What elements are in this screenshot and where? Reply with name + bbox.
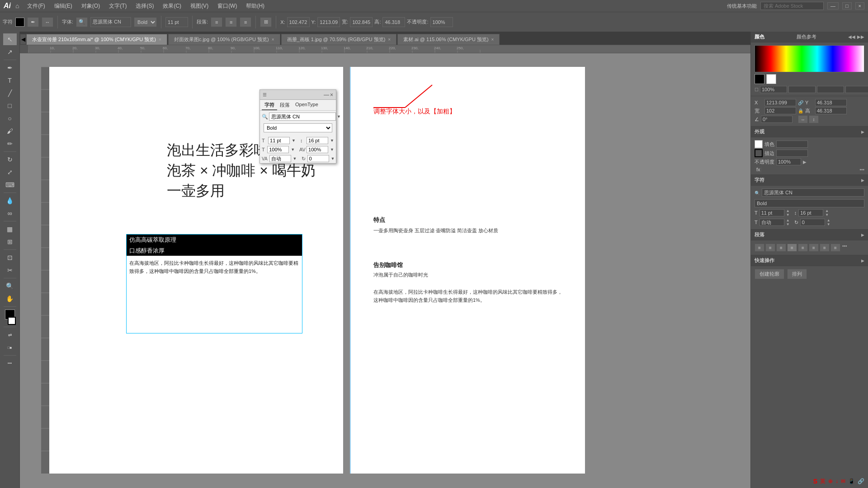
blend-tool[interactable]: ∞ <box>3 207 17 219</box>
tab-material-close[interactable]: × <box>491 37 494 42</box>
appearance-section-header[interactable]: 外观 ▶ <box>751 127 868 137</box>
default-colors[interactable]: □■ <box>3 342 17 353</box>
rotate-spinners[interactable]: ▲▼ <box>827 218 830 226</box>
color-r-input[interactable] <box>760 86 787 93</box>
fill-preview[interactable] <box>755 140 763 148</box>
font-panel-close[interactable]: × <box>330 92 333 98</box>
para-more[interactable]: ••• <box>842 244 847 252</box>
stroke-color-swatch[interactable] <box>8 317 16 325</box>
stock-search-input[interactable] <box>760 2 824 10</box>
color-swatch[interactable] <box>15 18 24 27</box>
black-swatch[interactable] <box>755 74 764 84</box>
stroke-preview[interactable] <box>755 149 763 157</box>
para-align-right[interactable]: ≡ <box>776 244 786 252</box>
color-gradient-bar[interactable] <box>755 45 864 72</box>
tracking-panel-input[interactable] <box>760 219 784 226</box>
menu-type[interactable]: 文字(T) <box>105 1 130 11</box>
para-section-header[interactable]: 段落 ▶ <box>751 230 868 240</box>
para-align-justify[interactable]: ≡ <box>787 244 797 252</box>
menu-edit[interactable]: 编辑(E) <box>51 1 76 11</box>
y-coord-input[interactable] <box>815 99 847 106</box>
font-name-panel-input[interactable] <box>762 188 864 197</box>
font-size-panel-input[interactable] <box>760 209 784 216</box>
menu-file[interactable]: 文件(F) <box>24 1 48 11</box>
font-size-input[interactable] <box>268 137 290 144</box>
para-align-justify-last-right[interactable]: ≡ <box>820 244 830 252</box>
panel-expand-right[interactable]: ▶▶ <box>857 34 864 39</box>
h-input[interactable] <box>382 17 405 27</box>
flip-v-btn[interactable]: ↕ <box>809 115 819 123</box>
w-coord-input[interactable] <box>764 107 796 114</box>
rotate-panel-input[interactable] <box>800 219 825 226</box>
flip-h-btn[interactable]: ↔ <box>798 115 808 123</box>
tab-main[interactable]: 水壶宣传册 210x185mm.ai* @ 100% (CMYK/GPU 预览)… <box>26 34 167 45</box>
para-align-left[interactable]: ≡ <box>755 244 764 252</box>
menu-object[interactable]: 对象(O) <box>78 1 104 11</box>
font-size-input[interactable] <box>165 17 188 27</box>
para-align-justify-last-center[interactable]: ≡ <box>809 244 819 252</box>
size-spinners[interactable]: ▲▼ <box>786 209 790 217</box>
tracking-dropdown[interactable]: ▼ <box>291 147 295 152</box>
opacity-expand[interactable]: ▶ <box>803 160 807 164</box>
pen-tool[interactable]: ✒ <box>3 62 17 74</box>
leading-spinners[interactable]: ▲▼ <box>825 209 829 217</box>
rotate-input[interactable] <box>307 155 329 162</box>
eyedropper-tool[interactable]: 💧 <box>3 195 17 206</box>
direct-select-tool[interactable]: ↗ <box>3 46 17 58</box>
zoom-tool[interactable]: 🔍 <box>3 280 17 292</box>
lock-icon[interactable]: 🔒 <box>798 108 803 113</box>
tab-cover-close[interactable]: × <box>272 37 274 42</box>
angle-input[interactable] <box>761 116 793 123</box>
font-tab-para[interactable]: 段落 <box>277 101 292 110</box>
home-icon[interactable]: ⌂ <box>15 2 19 9</box>
color-a-input[interactable] <box>845 86 868 93</box>
font-search-icon[interactable]: 🔍 <box>76 17 88 27</box>
fx-btn[interactable]: fx <box>755 166 762 173</box>
menu-window[interactable]: 窗口(W) <box>214 1 241 11</box>
menu-effect[interactable]: 效果(C) <box>159 1 185 11</box>
leading-input[interactable] <box>307 137 328 144</box>
text-tool[interactable]: T <box>3 75 17 86</box>
rect-tool[interactable]: □ <box>3 100 17 112</box>
kerning-dropdown[interactable]: ▼ <box>330 147 334 152</box>
menu-select[interactable]: 选择(S) <box>132 1 157 11</box>
window-close[interactable]: × <box>855 2 864 9</box>
quick-section-header[interactable]: 快速操作 ▶ <box>751 255 868 266</box>
white-swatch[interactable] <box>766 74 776 84</box>
scale-tool[interactable]: ⤢ <box>3 166 17 178</box>
grid-icon[interactable]: ⊞ <box>260 17 272 27</box>
color-g-input[interactable] <box>788 86 816 93</box>
para-align-justify-last-left[interactable]: ≡ <box>798 244 808 252</box>
font-tab-opentype[interactable]: OpenType <box>292 101 321 110</box>
hand-tool[interactable]: ✋ <box>3 293 17 305</box>
font-style-select[interactable]: Bold <box>264 123 332 132</box>
stroke-input[interactable] <box>776 150 808 157</box>
font-panel-minimize[interactable]: — <box>324 92 329 98</box>
document-canvas[interactable]: 泡出生活多彩味 泡茶 × 冲咖啡 × 喝牛奶 一壶多用 仿高高碳萃取原理 口感醇… <box>20 53 750 488</box>
x-input[interactable] <box>287 17 310 27</box>
tab-catalog[interactable]: 画册_画板 1.jpg @ 70.59% (RGB/GPU 预览) × <box>281 34 397 45</box>
brush-tool[interactable]: 🖌 <box>3 125 17 137</box>
eyedropper-icon[interactable]: ✒ <box>27 17 39 27</box>
menu-help[interactable]: 帮助(H) <box>242 1 268 11</box>
track-spinners[interactable]: ▲▼ <box>786 218 790 226</box>
tab-catalog-close[interactable]: × <box>388 37 391 42</box>
warp-tool[interactable]: ⌨ <box>3 179 17 191</box>
fill-input[interactable] <box>776 141 808 148</box>
align-center[interactable]: ≡ <box>225 17 237 27</box>
para-align-justify-all[interactable]: ≡ <box>830 244 840 252</box>
font-size-dropdown[interactable]: ▼ <box>292 138 296 143</box>
opacity-inner-input[interactable] <box>776 158 801 165</box>
window-minimize[interactable]: — <box>827 2 839 9</box>
gradient-tool[interactable]: ▦ <box>3 223 17 235</box>
leading-dropdown[interactable]: ▼ <box>330 138 334 143</box>
tab-main-close[interactable]: × <box>159 37 161 42</box>
font-style-panel-input[interactable] <box>755 199 864 207</box>
artboard-tool[interactable]: ⊡ <box>3 252 17 263</box>
y-input[interactable] <box>317 17 340 27</box>
bottom-icon-s[interactable]: S <box>813 478 817 485</box>
x-coord-input[interactable] <box>764 99 796 106</box>
menu-view[interactable]: 视图(V) <box>187 1 212 11</box>
font-style-select[interactable]: Bold <box>134 17 157 27</box>
selected-text-box[interactable]: 仿高高碳萃取原理 口感醇香浓厚 在高海拔地区，阿拉比卡种咖啡生长得最好，这种咖啡… <box>126 234 302 333</box>
